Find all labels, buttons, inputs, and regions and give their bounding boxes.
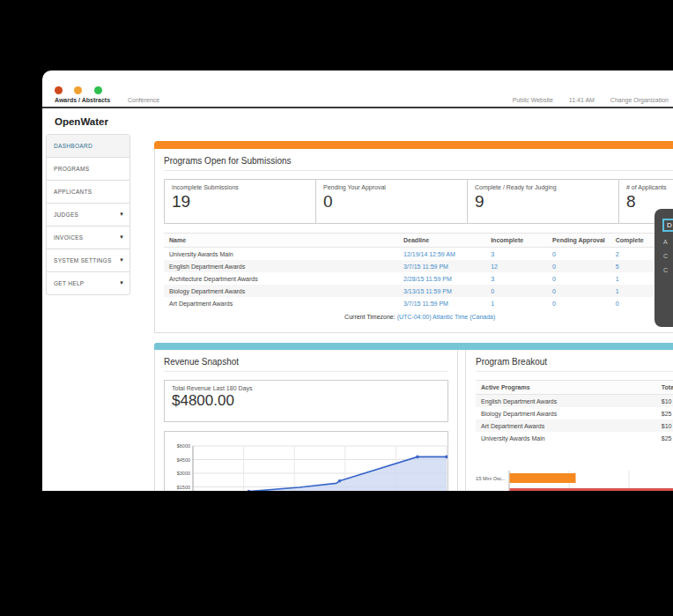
timezone-label: Current Timezone: [344, 314, 396, 320]
zoom-window-button[interactable] [94, 86, 102, 94]
app-logo: OpenWater [55, 116, 673, 127]
revenue-summary-box: Total Revenue Last 180 Days $4800.00 [164, 380, 448, 422]
sidebar-item-programs[interactable]: PROGRAMS [47, 158, 129, 181]
table-row: University Awards Main $25 [476, 432, 673, 444]
sidebar-item-label: PROGRAMS [54, 166, 89, 172]
complete-count-link[interactable]: 2 [616, 251, 619, 257]
tooltip-text-fragment: A [663, 239, 673, 246]
sidebar-item-label: SYSTEM SETTINGS [54, 257, 112, 263]
window-titlebar [42, 71, 673, 97]
sidebar-nav: DASHBOARD PROGRAMS APPLICANTS JUDGES ▾ I… [46, 134, 130, 295]
program-total: $25 [656, 407, 673, 419]
svg-text:$6000: $6000 [177, 443, 190, 449]
programs-panel-accent-bar [154, 141, 673, 149]
sidebar-item-label: INVOICES [54, 234, 83, 241]
stat-label: Pending Your Approval [323, 184, 460, 190]
col-header-incomplete: Incomplete [485, 234, 547, 248]
table-row: Biology Department Awards $25 [476, 407, 673, 419]
sidebar-item-system-settings[interactable]: SYSTEM SETTINGS ▾ [47, 249, 129, 272]
pending-count-link[interactable]: 0 [552, 301, 556, 307]
incomplete-count-link[interactable]: 3 [491, 276, 494, 282]
table-row: English Department Awards 3/7/15 11:59 P… [164, 260, 673, 272]
incomplete-count-link[interactable]: 12 [491, 263, 498, 270]
lower-columns: Revenue Snapshot Total Revenue Last 180 … [154, 350, 673, 491]
deadline-link[interactable]: 3/13/15 11:59 PM [403, 288, 452, 294]
pending-count-link[interactable]: 0 [552, 263, 556, 270]
revenue-area-chart: $0$1500$3000$4500$6000201420142014201420… [166, 437, 448, 491]
program-name: Biology Department Awards [476, 407, 656, 419]
table-row: Art Department Awards 3/7/15 11:59 PM 1 … [164, 297, 673, 309]
svg-text:$4500: $4500 [177, 457, 190, 463]
sidebar-item-get-help[interactable]: GET HELP ▾ [47, 272, 129, 294]
active-programs-table: Active Programs Total English Department… [476, 380, 673, 444]
chevron-down-icon: ▾ [120, 256, 123, 263]
col-header-pending-approval: Pending Approval [547, 234, 610, 248]
pending-count-link[interactable]: 0 [552, 288, 556, 294]
complete-count-link[interactable]: 1 [616, 288, 619, 294]
top-nav-right: Public Website 11:41 AM Change Organizat… [499, 97, 669, 103]
complete-count-link[interactable]: 0 [616, 301, 619, 307]
programs-open-panel: Programs Open for Submissions Incomplete… [154, 149, 673, 333]
program-name: University Awards Main [476, 432, 656, 444]
table-row: Architecture Department Awards 2/28/15 1… [164, 272, 673, 285]
col-header-name: Name [164, 234, 398, 248]
stat-value: 0 [323, 192, 460, 212]
breakout-chart-container: 2015 Mini Osc...Jaret OscarsSample Journ… [476, 471, 673, 491]
program-name: Art Department Awards [164, 297, 398, 309]
table-row: Art Department Awards $10 [476, 419, 673, 432]
deadline-link[interactable]: 3/7/15 11:59 PM [403, 301, 448, 307]
incomplete-count-link[interactable]: 1 [491, 301, 494, 307]
sidebar-item-label: DASHBOARD [54, 143, 92, 149]
stat-label: Incomplete Submissions [172, 184, 308, 190]
deadline-link[interactable]: 3/7/15 11:59 PM [403, 263, 448, 270]
program-name: Architecture Department Awards [164, 272, 398, 285]
top-navigation-bar: Awards / Abstracts Conference Public Web… [42, 97, 673, 108]
timezone-row: Current Timezone: (UTC-04:00) Atlantic T… [164, 309, 495, 322]
tooltip-action-button[interactable]: D [662, 219, 673, 232]
browser-window: Awards / Abstracts Conference Public Web… [42, 71, 673, 491]
top-nav-left: Awards / Abstracts Conference [55, 97, 175, 103]
stat-complete-ready: Complete / Ready for Judging 9 [468, 180, 619, 223]
programs-panel-title: Programs Open for Submissions [164, 156, 673, 171]
program-breakout-bar-chart: 2015 Mini Osc...Jaret OscarsSample Journ… [476, 471, 673, 491]
deadline-link[interactable]: 2/28/15 11:59 PM [403, 276, 452, 282]
screenshot-canvas: { "window": { "traffic_lights": ["#d0481… [0, 0, 673, 616]
sidebar-item-judges[interactable]: JUDGES ▾ [47, 204, 129, 226]
stat-pending-approval: Pending Your Approval 0 [316, 180, 468, 223]
minimize-window-button[interactable] [74, 86, 82, 94]
timezone-link[interactable]: (UTC-04:00) Atlantic Time (Canada) [397, 314, 496, 320]
incomplete-count-link[interactable]: 3 [491, 251, 494, 257]
public-website-link[interactable]: Public Website [513, 97, 553, 103]
table-header-row: Active Programs Total [476, 381, 673, 395]
sidebar-item-label: JUDGES [54, 212, 78, 218]
close-window-button[interactable] [55, 86, 63, 94]
stat-label: # of Applicants [626, 184, 673, 190]
sidebar-item-label: GET HELP [54, 280, 84, 286]
complete-count-link[interactable]: 1 [616, 276, 619, 282]
lower-section-accent-bar [154, 343, 673, 350]
sidebar-item-dashboard[interactable]: DASHBOARD [47, 135, 129, 158]
pending-count-link[interactable]: 0 [552, 276, 556, 282]
sidebar-item-invoices[interactable]: INVOICES ▾ [47, 226, 129, 249]
programs-table: Name Deadline Incomplete Pending Approva… [164, 233, 673, 309]
svg-text:$1500: $1500 [177, 485, 190, 490]
program-name: English Department Awards [476, 395, 656, 408]
deadline-link[interactable]: 12/19/14 12:59 AM [403, 251, 455, 257]
revenue-snapshot-panel: Revenue Snapshot Total Revenue Last 180 … [154, 350, 458, 491]
tooltip-text-fragment: C [663, 267, 673, 274]
stat-value: 19 [172, 192, 308, 212]
clock-label: 11:41 AM [569, 97, 595, 103]
program-breakout-panel: Program Breakout Active Programs Total E… [465, 350, 673, 491]
revenue-chart-container: $0$1500$3000$4500$6000201420142014201420… [164, 431, 448, 491]
change-organization-link[interactable]: Change Organization [610, 97, 669, 103]
sidebar-item-applicants[interactable]: APPLICANTS [47, 181, 129, 204]
program-total: $25 [656, 432, 673, 444]
table-row: Biology Department Awards 3/13/15 11:59 … [164, 285, 673, 297]
program-name: English Department Awards [164, 260, 398, 272]
table-row: University Awards Main 12/19/14 12:59 AM… [164, 248, 673, 261]
incomplete-count-link[interactable]: 0 [491, 288, 494, 294]
svg-text:2015 Mini Osc...: 2015 Mini Osc... [476, 476, 506, 481]
pending-count-link[interactable]: 0 [552, 251, 556, 257]
complete-count-link[interactable]: 5 [616, 263, 619, 270]
program-total: $10 [656, 395, 673, 408]
